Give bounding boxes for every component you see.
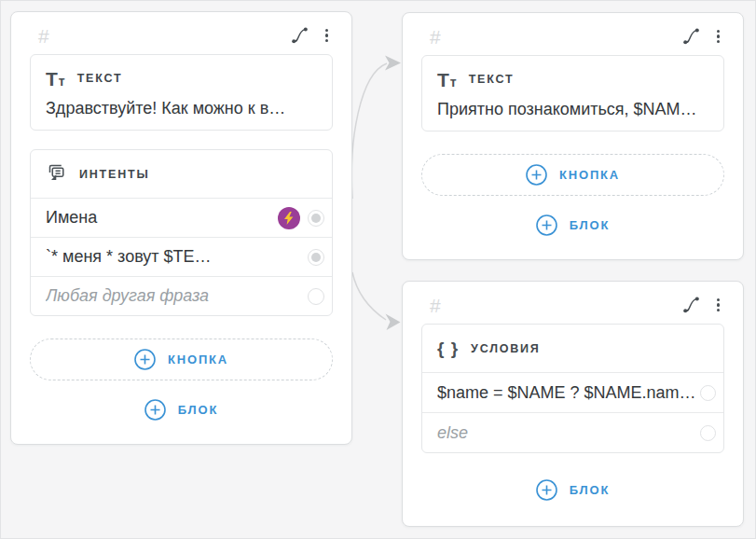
intent-text: Любая другая фраза [46,286,302,306]
block-header-icons [682,296,723,314]
block-header: # [421,292,724,318]
plus-circle-icon [526,164,547,186]
condition-row[interactable]: else [422,412,723,452]
connection-port[interactable] [700,425,716,441]
conditions-section: { } УСЛОВИЯ $name = $NAME ? $NAME.nam… e… [421,324,724,453]
text-icon: Tт [46,69,65,89]
intent-row[interactable]: Имена [31,198,332,237]
block-title-placeholder[interactable]: # [430,296,441,315]
text-content: Здравствуйте! Как можно к в… [46,99,317,118]
connection-port[interactable] [308,249,324,266]
block-title-placeholder[interactable]: # [430,27,441,47]
intent-row[interactable]: Любая другая фраза [31,276,332,315]
block-header-icons [682,27,723,46]
intents-section: ИНТЕНТЫ Имена `* меня * зовут $TE… Любая… [30,149,333,316]
arrowhead-icon [386,314,401,331]
intent-text: Имена [46,208,272,228]
wire-to-text-block [351,63,387,199]
add-block-label: БЛОК [570,218,610,232]
add-button-button[interactable]: КНОПКА [30,339,333,380]
bot-block-text-reply[interactable]: # Tт ТЕКСТ Приятно познакомиться, $NAM… [402,12,744,260]
block-menu-icon[interactable] [714,297,723,313]
block-menu-icon[interactable] [714,29,723,45]
add-block-label: БЛОК [178,403,218,417]
intent-row[interactable]: `* меня * зовут $TE… [31,237,332,276]
wire-to-conditions-block [352,272,386,320]
connections-icon[interactable] [291,26,309,45]
add-button-label: КНОПКА [168,352,228,366]
text-content: Приятно познакомиться, $NAM… [437,100,708,119]
text-section[interactable]: Tт ТЕКСТ Приятно познакомиться, $NAM… [421,55,724,131]
text-section[interactable]: Tт ТЕКСТ Здравствуйте! Как можно к в… [30,54,333,131]
section-label: ИНТЕНТЫ [79,168,150,181]
intents-header: ИНТЕНТЫ [31,150,332,198]
condition-text: else [437,423,694,443]
block-header: # [421,23,724,49]
conditions-header: { } УСЛОВИЯ [422,325,723,372]
section-label: ТЕКСТ [77,72,123,85]
connection-port[interactable] [308,210,324,227]
section-label: ТЕКСТ [469,73,515,86]
connection-port[interactable] [700,385,716,401]
intents-icon [46,161,67,187]
add-block-button[interactable]: БЛОК [536,479,610,501]
intent-text: `* меня * зовут $TE… [46,247,302,267]
block-menu-icon[interactable] [323,28,332,44]
add-block-button[interactable]: БЛОК [536,214,610,236]
conditions-icon: { } [437,339,459,357]
block-header-icons [291,26,332,45]
condition-row[interactable]: $name = $NAME ? $NAME.nam… [422,372,723,412]
plus-circle-icon [536,479,557,501]
plus-circle-icon [134,349,156,370]
add-block-label: БЛОК [570,483,610,497]
block-title-placeholder[interactable]: # [38,26,49,46]
text-icon: Tт [437,70,457,90]
bot-block-start[interactable]: # Tт ТЕКСТ Здравствуйте! Как можно к в… [10,11,352,445]
plus-circle-icon [144,399,166,421]
section-label: УСЛОВИЯ [471,342,541,355]
bot-block-conditions[interactable]: # { } УСЛОВИЯ $name = $NAME ? $NAME.nam… [402,281,744,527]
plus-circle-icon [536,214,557,236]
flow-canvas: # Tт ТЕКСТ Здравствуйте! Как можно к в… [0,0,756,539]
condition-text: $name = $NAME ? $NAME.nam… [437,383,694,403]
add-button-button[interactable]: КНОПКА [421,154,724,196]
block-header: # [30,22,333,48]
connection-port[interactable] [308,288,324,305]
connections-icon[interactable] [682,296,701,314]
arrowhead-icon [385,56,401,71]
ml-intent-badge [278,207,300,229]
connections-icon[interactable] [682,27,701,46]
add-button-label: КНОПКА [559,168,620,182]
add-block-button[interactable]: БЛОК [144,399,218,421]
